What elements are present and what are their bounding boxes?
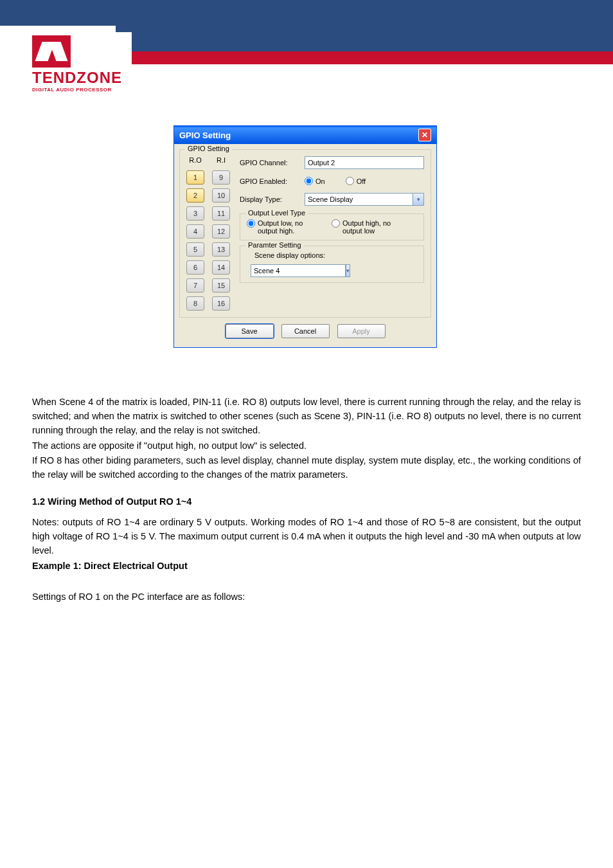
pin-ri-14[interactable]: 14: [212, 260, 230, 275]
body-paragraph: Settings of RO 1 on the PC interface are…: [32, 590, 581, 604]
radio-off[interactable]: [346, 177, 354, 185]
scene-display-options-label: Scene display options:: [247, 251, 417, 259]
window-title: GPIO Setting: [179, 131, 231, 140]
display-type-select[interactable]: [305, 193, 413, 206]
gpio-enabled-label: GPIO Enabled:: [240, 177, 301, 185]
gpio-setting-window: GPIO Setting ✕ GPIO Setting R.O R.I 19 2…: [173, 125, 437, 348]
pin-ri-11[interactable]: 11: [212, 206, 230, 221]
gpio-enabled-on[interactable]: On: [305, 177, 325, 185]
chevron-down-icon[interactable]: ▾: [413, 193, 424, 206]
body-paragraph: If RO 8 has other biding parameters, suc…: [32, 454, 581, 482]
output-level-type-legend: Output Level Type: [245, 209, 308, 217]
gpio-channel-input[interactable]: [305, 156, 424, 169]
body-paragraph: When Scene 4 of the matrix is loaded, PI…: [32, 395, 581, 437]
logo-tagline: DIGITAL AUDIO PROCESSOR: [32, 87, 129, 93]
pin-ri-12[interactable]: 12: [212, 224, 230, 239]
gpio-setting-legend: GPIO Setting: [185, 145, 232, 152]
col-header-ro: R.O: [186, 156, 204, 164]
logo-icon: [32, 35, 71, 68]
body-paragraph: The actions are opposite if "output high…: [32, 439, 581, 453]
cancel-button[interactable]: Cancel: [281, 324, 330, 338]
radio-output-low[interactable]: [247, 219, 255, 228]
gpio-channel-label: GPIO Channel:: [240, 159, 301, 167]
pin-ri-13[interactable]: 13: [212, 242, 230, 257]
display-type-label: Display Type:: [240, 195, 301, 203]
radio-on[interactable]: [305, 177, 313, 185]
pin-ro-4[interactable]: 4: [186, 224, 204, 239]
apply-button: Apply: [337, 324, 386, 338]
gpio-enabled-off[interactable]: Off: [346, 177, 366, 185]
logo: TENDZONE DIGITAL AUDIO PROCESSOR: [29, 32, 132, 96]
pin-ro-8[interactable]: 8: [186, 296, 204, 311]
parameter-setting-legend: Paramter Setting: [245, 241, 304, 249]
example-heading: Example 1: Direct Electrical Output: [32, 559, 581, 574]
pin-ri-9[interactable]: 9: [212, 170, 230, 185]
scene-select[interactable]: [251, 264, 346, 277]
save-button[interactable]: Save: [226, 324, 274, 338]
output-low-option[interactable]: Output low, no output high.: [247, 219, 319, 235]
pin-ro-6[interactable]: 6: [186, 260, 204, 275]
pin-ri-15[interactable]: 15: [212, 278, 230, 293]
body-paragraph: Notes: outputs of RO 1~4 are ordinary 5 …: [32, 516, 581, 557]
pin-ri-16[interactable]: 16: [212, 296, 230, 311]
col-header-ri: R.I: [212, 156, 230, 164]
pin-ro-3[interactable]: 3: [186, 206, 204, 221]
output-high-option[interactable]: Output high, no output low: [332, 219, 404, 235]
section-heading: 1.2 Wiring Method of Output RO 1~4: [32, 495, 581, 509]
pin-ro-5[interactable]: 5: [186, 242, 204, 257]
page-header-banner: TENDZONE DIGITAL AUDIO PROCESSOR: [0, 0, 613, 100]
pin-ri-10[interactable]: 10: [212, 188, 230, 203]
close-icon[interactable]: ✕: [418, 129, 431, 141]
logo-brand: TENDZONE: [32, 69, 129, 87]
pin-ro-7[interactable]: 7: [186, 278, 204, 293]
window-titlebar[interactable]: GPIO Setting ✕: [174, 126, 436, 144]
pin-ro-1[interactable]: 1: [186, 170, 204, 185]
radio-output-high[interactable]: [332, 219, 340, 228]
chevron-down-icon[interactable]: ▾: [346, 264, 350, 277]
pin-ro-2[interactable]: 2: [186, 188, 204, 203]
